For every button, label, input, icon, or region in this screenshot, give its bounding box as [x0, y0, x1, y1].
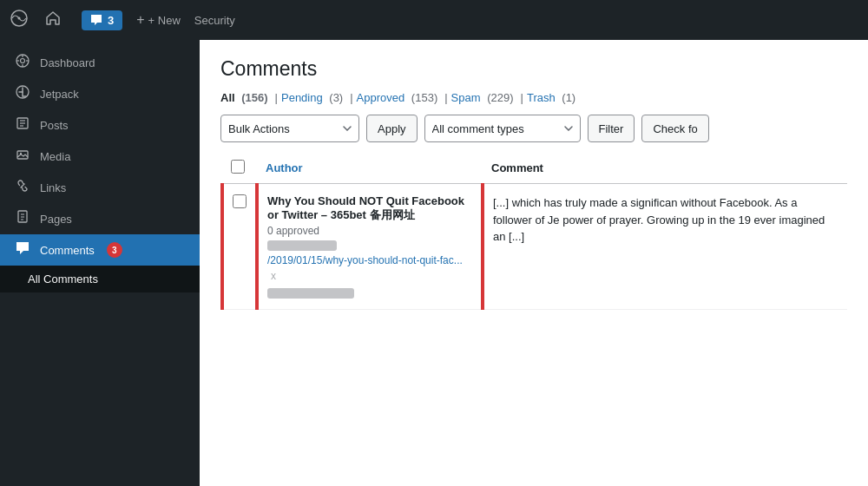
blurred-url-part2	[267, 288, 354, 299]
filter-approved[interactable]: Approved (153)	[357, 91, 442, 104]
home-icon[interactable]	[45, 10, 61, 30]
dashboard-icon	[14, 54, 31, 71]
toolbar: Bulk Actions Unapprove Approve Mark as S…	[220, 115, 847, 142]
dashboard-label: Dashboard	[40, 56, 95, 69]
plus-icon: +	[136, 12, 144, 28]
media-label: Media	[40, 150, 70, 163]
filter-button[interactable]: Filter	[588, 115, 635, 142]
comment-title: Why You Should NOT Quit Facebook or Twit…	[267, 194, 472, 223]
comment-col-header: Comment	[483, 153, 847, 184]
posts-icon	[14, 116, 31, 134]
sidebar-item-dashboard[interactable]: Dashboard	[0, 47, 200, 78]
table-row: Why You Should NOT Quit Facebook or Twit…	[222, 184, 847, 310]
check-for-button[interactable]: Check fo	[641, 115, 708, 142]
sidebar-submenu: All Comments	[0, 266, 200, 292]
sidebar-item-links[interactable]: Links	[0, 172, 200, 203]
pages-label: Pages	[40, 213, 72, 226]
select-all-col	[222, 153, 257, 184]
top-bar: 3 + + New Security	[0, 0, 868, 40]
comments-sidebar-label: Comments	[40, 244, 95, 257]
remove-link-icon[interactable]: x	[271, 270, 276, 282]
comments-sidebar-icon	[14, 241, 31, 259]
sidebar: Dashboard Jetpack Posts	[0, 40, 200, 486]
comments-badge-count: 3	[108, 14, 114, 27]
main-layout: Dashboard Jetpack Posts	[0, 40, 868, 486]
bulk-actions-select[interactable]: Bulk Actions Unapprove Approve Mark as S…	[220, 115, 359, 142]
filter-all[interactable]: All (156)	[220, 91, 272, 104]
author-sort[interactable]: Author	[266, 161, 303, 174]
posts-label: Posts	[40, 119, 69, 132]
row-checkbox-cell	[222, 184, 257, 310]
author-col-header: Author	[257, 153, 483, 184]
new-link[interactable]: + + New	[136, 12, 181, 28]
all-comments-label: All Comments	[28, 273, 98, 286]
comments-sidebar-badge: 3	[107, 242, 122, 258]
links-icon	[14, 179, 31, 196]
jetpack-icon	[14, 85, 31, 102]
sidebar-item-pages[interactable]: Pages	[0, 203, 200, 234]
comment-type-select[interactable]: All comment types Comments Pings	[424, 115, 581, 142]
wordpress-icon[interactable]	[10, 10, 28, 31]
sidebar-item-comments[interactable]: Comments 3	[0, 234, 200, 266]
security-label: Security	[194, 14, 235, 27]
comment-approved: 0 approved	[267, 225, 472, 237]
svg-point-1	[18, 16, 21, 19]
filter-trash[interactable]: Trash (1)	[527, 91, 579, 104]
comment-body: [...] which has truly made a significan …	[493, 194, 838, 246]
security-link[interactable]: Security	[194, 14, 235, 27]
comments-badge[interactable]: 3	[82, 10, 122, 30]
apply-button[interactable]: Apply	[366, 115, 418, 142]
media-icon	[14, 148, 31, 165]
select-all-checkbox[interactable]	[231, 160, 245, 174]
filter-pending[interactable]: Pending (3)	[281, 91, 346, 104]
pages-icon	[14, 210, 31, 227]
comment-post-link[interactable]: /2019/01/15/why-you-should-not-quit-fac.…	[267, 254, 463, 266]
author-cell: Why You Should NOT Quit Facebook or Twit…	[257, 184, 483, 310]
page-title: Comments	[220, 57, 847, 81]
sidebar-item-all-comments[interactable]: All Comments	[0, 266, 200, 292]
sidebar-item-jetpack[interactable]: Jetpack	[0, 78, 200, 109]
row-checkbox[interactable]	[233, 194, 247, 208]
sidebar-item-media[interactable]: Media	[0, 141, 200, 172]
sidebar-item-posts[interactable]: Posts	[0, 109, 200, 141]
filter-spam[interactable]: Spam (229)	[451, 91, 517, 104]
main-content: Comments All (156) | Pending (3) | Appro…	[200, 40, 868, 486]
links-label: Links	[40, 181, 66, 194]
jetpack-label: Jetpack	[40, 88, 79, 101]
svg-point-3	[21, 59, 25, 63]
comment-cell: [...] which has truly made a significan …	[483, 184, 847, 310]
comments-table: Author Comment Why You Should NOT Quit F…	[220, 153, 847, 310]
filter-links: All (156) | Pending (3) | Approved (153)…	[220, 91, 847, 104]
blurred-url-part1	[267, 240, 337, 251]
